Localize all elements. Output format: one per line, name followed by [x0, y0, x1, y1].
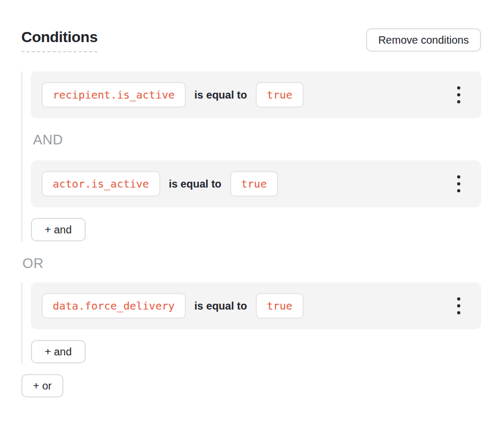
- field-pill[interactable]: actor.is_active: [42, 171, 160, 197]
- value-pill[interactable]: true: [230, 171, 278, 197]
- condition-group-1: recipient.is_active is equal to true AND…: [21, 71, 481, 241]
- operator-label: is equal to: [194, 300, 247, 312]
- operator-label: is equal to: [169, 178, 222, 190]
- kebab-menu-icon[interactable]: [455, 84, 462, 106]
- value-pill[interactable]: true: [256, 82, 304, 108]
- remove-conditions-button[interactable]: Remove conditions: [366, 28, 481, 52]
- kebab-menu-icon[interactable]: [455, 295, 462, 316]
- kebab-menu-icon[interactable]: [455, 173, 462, 194]
- add-or-group-button[interactable]: + or: [21, 374, 63, 397]
- conditions-header: Conditions Remove conditions: [21, 28, 481, 52]
- field-pill[interactable]: recipient.is_active: [42, 82, 186, 108]
- page-title: Conditions: [21, 28, 97, 52]
- add-and-condition-button[interactable]: + and: [31, 340, 86, 363]
- condition-row: data.force_delivery is equal to true: [31, 282, 481, 329]
- add-and-condition-button[interactable]: + and: [31, 218, 86, 241]
- condition-row: recipient.is_active is equal to true: [31, 71, 481, 118]
- condition-group-2: data.force_delivery is equal to true + a…: [21, 282, 481, 363]
- or-joiner-label: OR: [22, 255, 481, 271]
- conditions-panel: Conditions Remove conditions recipient.i…: [0, 0, 504, 397]
- value-pill[interactable]: true: [256, 293, 304, 319]
- operator-label: is equal to: [194, 89, 247, 101]
- condition-row: actor.is_active is equal to true: [31, 160, 481, 207]
- field-pill[interactable]: data.force_delivery: [42, 293, 186, 319]
- and-joiner-label: AND: [33, 132, 481, 148]
